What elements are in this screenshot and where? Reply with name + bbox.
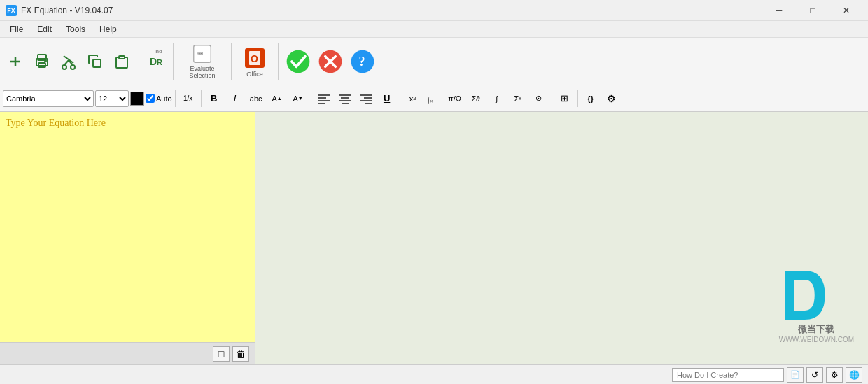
office-label: Office bbox=[246, 71, 262, 78]
function3-button[interactable]: Σ∂ bbox=[466, 90, 486, 108]
help-button[interactable]: ? bbox=[347, 46, 378, 77]
menu-help[interactable]: Help bbox=[92, 23, 124, 36]
svg-point-18 bbox=[287, 50, 310, 73]
svg-point-7 bbox=[71, 65, 75, 69]
status-btn2[interactable]: ↺ bbox=[806, 367, 823, 383]
svg-rect-11 bbox=[93, 59, 101, 67]
svg-text:?: ? bbox=[359, 55, 365, 69]
app-title: FX Equation - V19.04.07 bbox=[21, 6, 763, 15]
strikethrough-button[interactable]: abc bbox=[246, 90, 266, 108]
svg-rect-12 bbox=[119, 56, 125, 59]
menu-tools[interactable]: Tools bbox=[59, 23, 92, 36]
svg-text:∫ₓ: ∫ₓ bbox=[427, 94, 433, 104]
function2-button[interactable]: π/Ω bbox=[445, 90, 465, 108]
menu-edit[interactable]: Edit bbox=[30, 23, 59, 36]
cancel-button[interactable] bbox=[315, 46, 346, 77]
svg-point-5 bbox=[45, 60, 46, 62]
separator bbox=[139, 43, 139, 80]
menu-file[interactable]: File bbox=[3, 23, 30, 36]
status-btn4[interactable]: 🌐 bbox=[846, 367, 862, 383]
auto-label: Auto bbox=[156, 94, 172, 103]
equation-panel: Type Your Equation Here □ 🗑 bbox=[0, 112, 255, 364]
color-picker[interactable] bbox=[130, 92, 144, 106]
font-family-select[interactable]: Cambria bbox=[3, 90, 94, 107]
title-bar: FX FX Equation - V19.04.07 ─ □ ✕ bbox=[0, 0, 868, 21]
accept-button[interactable] bbox=[283, 46, 314, 77]
watermark: 微当下载 WWW.WEIDOWN.COM bbox=[779, 267, 854, 343]
fmt-sep6 bbox=[578, 90, 578, 107]
separator4 bbox=[278, 43, 279, 80]
status-bar: 📄 ↺ ⚙ 🌐 bbox=[0, 364, 868, 384]
svg-line-8 bbox=[64, 60, 69, 65]
office-button[interactable]: O Office bbox=[236, 42, 274, 81]
align-right-button[interactable] bbox=[356, 90, 376, 108]
font-size-up-button[interactable]: A▲ bbox=[267, 90, 287, 108]
fmt-sep1 bbox=[175, 90, 176, 107]
evaluate-button[interactable]: ⌨ Evaluate Selection bbox=[178, 43, 227, 80]
close-button[interactable]: ✕ bbox=[830, 0, 862, 21]
font-size-down-button[interactable]: A▼ bbox=[288, 90, 308, 108]
align-center-button[interactable] bbox=[335, 90, 355, 108]
auto-check-input[interactable] bbox=[146, 94, 155, 103]
status-btn3[interactable]: ⚙ bbox=[826, 367, 843, 383]
settings-button[interactable]: ⚙ bbox=[602, 90, 622, 108]
watermark-url: WWW.WEIDOWN.COM bbox=[779, 336, 854, 343]
preview-panel: 微当下载 WWW.WEIDOWN.COM bbox=[255, 112, 868, 364]
function4-button[interactable]: ∫ bbox=[487, 90, 507, 108]
svg-text:O: O bbox=[251, 53, 258, 64]
frame-button[interactable]: □ bbox=[213, 346, 230, 362]
fmt-sep2 bbox=[201, 90, 202, 107]
new-button[interactable] bbox=[3, 43, 28, 80]
print-button[interactable] bbox=[29, 43, 55, 80]
paste-button[interactable] bbox=[109, 43, 134, 80]
function1-button[interactable]: ∫ₓ bbox=[424, 90, 444, 108]
dr-button[interactable]: DR nd bbox=[144, 43, 169, 80]
align-left-button[interactable] bbox=[314, 90, 334, 108]
menu-bar: File Edit Tools Help bbox=[0, 21, 868, 38]
svg-text:⌨: ⌨ bbox=[197, 48, 203, 59]
copy-button[interactable] bbox=[83, 43, 108, 80]
status-btn1[interactable]: 📄 bbox=[787, 367, 804, 383]
main-content: Type Your Equation Here □ 🗑 微当下载 WWW.WEI… bbox=[0, 112, 868, 364]
italic-button[interactable]: I bbox=[225, 90, 245, 108]
help-search-input[interactable] bbox=[672, 368, 784, 382]
fmt-sep3 bbox=[311, 90, 312, 107]
svg-point-6 bbox=[62, 65, 66, 69]
watermark-text: 微当下载 bbox=[779, 323, 854, 336]
formatting-toolbar: Cambria 12 Auto 1/x B I abc A▲ A▼ bbox=[0, 85, 868, 112]
evaluate-label: Evaluate Selection bbox=[178, 65, 226, 79]
minimize-button[interactable]: ─ bbox=[763, 0, 795, 21]
app-icon: FX bbox=[6, 5, 17, 16]
font-size-select[interactable]: 12 bbox=[95, 90, 129, 107]
bold-button[interactable]: B bbox=[204, 90, 224, 108]
bracket-button[interactable]: {} bbox=[581, 90, 601, 108]
function5-button[interactable]: Σx bbox=[508, 90, 528, 108]
auto-checkbox: Auto bbox=[146, 94, 172, 103]
function6-button[interactable]: ⊙ bbox=[529, 90, 549, 108]
superscript-button[interactable]: x2 bbox=[403, 90, 423, 108]
underline-button[interactable]: U bbox=[377, 90, 397, 108]
equation-input[interactable]: Type Your Equation Here bbox=[0, 112, 255, 342]
fmt-sep5 bbox=[552, 90, 552, 107]
separator2 bbox=[173, 43, 174, 80]
maximize-button[interactable]: □ bbox=[797, 0, 829, 21]
window-controls: ─ □ ✕ bbox=[763, 0, 862, 21]
separator3 bbox=[231, 43, 232, 80]
fraction-button[interactable]: 1/x bbox=[178, 90, 198, 108]
matrix-button[interactable]: ⊞ bbox=[555, 90, 575, 108]
fmt-sep4 bbox=[400, 90, 400, 107]
panel-bottom-toolbar: □ 🗑 bbox=[0, 342, 255, 364]
main-toolbar: DR nd ⌨ Evaluate Selection O Office bbox=[0, 38, 868, 85]
delete-button[interactable]: 🗑 bbox=[232, 346, 249, 362]
office-icon: O bbox=[242, 45, 267, 71]
svg-line-10 bbox=[64, 56, 74, 63]
cut-button[interactable] bbox=[56, 43, 81, 80]
